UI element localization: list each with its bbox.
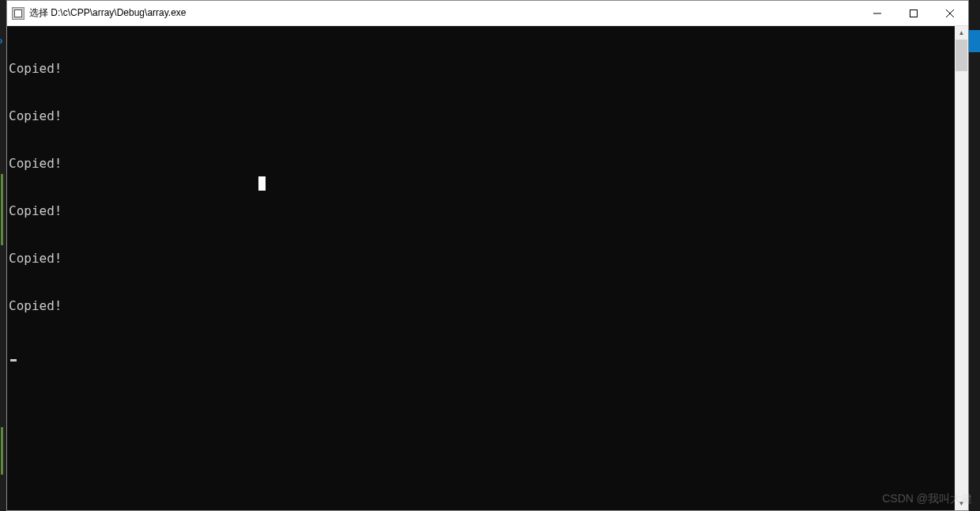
scroll-up-button[interactable]: ▲ — [955, 26, 968, 40]
window-titlebar[interactable]: 选择 D:\c\CPP\array\Debug\array.exe — [7, 1, 968, 26]
console-line: Copied! — [7, 203, 955, 219]
close-button[interactable] — [932, 1, 968, 25]
gutter-change-marker — [1, 427, 3, 475]
gutter-change-marker — [1, 174, 3, 245]
editor-gutter: › — [0, 0, 6, 511]
minimize-button[interactable] — [859, 1, 895, 25]
scrollbar-thumb[interactable] — [956, 40, 967, 71]
console-window: 选择 D:\c\CPP\array\Debug\array.exe Copied… — [6, 0, 969, 511]
app-icon — [12, 7, 24, 20]
maximize-button[interactable] — [895, 1, 932, 25]
window-controls — [859, 1, 968, 25]
scroll-down-button[interactable]: ▼ — [955, 497, 968, 510]
console-line: Copied! — [7, 251, 955, 267]
console-line: Copied! — [7, 298, 955, 314]
selection-cursor-icon — [258, 176, 266, 191]
console-line: Copied! — [7, 156, 955, 172]
close-icon — [946, 9, 954, 17]
vertical-scrollbar[interactable]: ▲ ▼ — [955, 26, 968, 510]
console-cursor-line — [7, 346, 955, 361]
text-cursor-icon — [10, 359, 17, 361]
breakpoint-chevron-icon: › — [0, 34, 3, 47]
console-line: Copied! — [7, 108, 955, 124]
right-edge-indicator — [969, 30, 980, 52]
minimize-icon — [873, 9, 881, 17]
console-line: Copied! — [7, 61, 955, 77]
window-title: 选择 D:\c\CPP\array\Debug\array.exe — [29, 6, 859, 20]
maximize-icon — [910, 9, 918, 17]
console-output[interactable]: Copied! Copied! Copied! Copied! Copied! … — [7, 26, 955, 510]
svg-rect-1 — [910, 9, 918, 17]
console-body[interactable]: Copied! Copied! Copied! Copied! Copied! … — [7, 26, 968, 510]
